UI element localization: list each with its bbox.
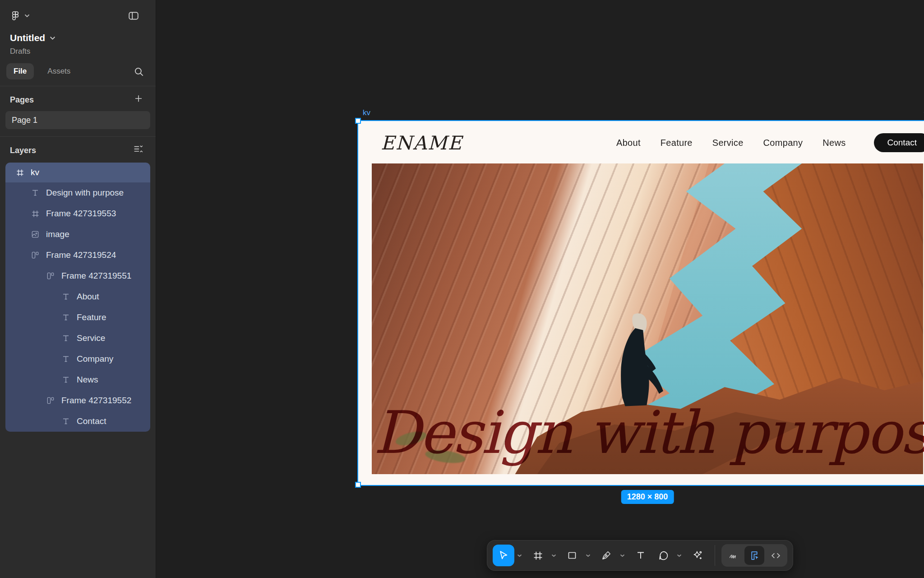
text-icon	[60, 292, 71, 301]
layers-section: Layers kvDesign with purposeFrame 427319…	[0, 137, 156, 432]
layer-row-kv[interactable]: kv	[5, 163, 150, 182]
comment-tool-button[interactable]	[652, 545, 674, 566]
rectangle-tool-button[interactable]	[561, 545, 583, 566]
pen-tool-button[interactable]	[596, 545, 617, 566]
layer-label: Service	[77, 333, 105, 343]
text-icon	[60, 313, 71, 322]
selection-handle-top-left[interactable]	[355, 118, 361, 124]
pen-tool-chevron-icon[interactable]	[618, 554, 626, 557]
mode-switch-group	[721, 544, 787, 567]
nav-link-feature[interactable]: Feature	[661, 138, 693, 148]
layer-row-company[interactable]: Company	[5, 349, 150, 369]
frame-icon	[14, 168, 25, 177]
design-mode-button[interactable]	[744, 546, 764, 565]
layer-row-frame-427319551[interactable]: Frame 427319551	[5, 266, 150, 286]
text-icon	[60, 417, 71, 426]
autolayout-icon	[30, 251, 41, 260]
sidebar-tabs: FileAssets	[0, 56, 156, 86]
file-name-chevron-icon[interactable]	[50, 36, 55, 40]
layer-row-image[interactable]: image	[5, 224, 150, 245]
tab-file[interactable]: File	[6, 63, 34, 79]
image-icon	[30, 230, 41, 239]
layer-label: Frame 427319524	[46, 250, 116, 260]
rectangle-tool-chevron-icon[interactable]	[584, 554, 592, 557]
autolayout-icon	[45, 271, 56, 280]
layer-label: Company	[77, 354, 113, 364]
contact-button[interactable]: Contact	[874, 133, 924, 152]
frame-tool-tool-chevron-icon[interactable]	[550, 554, 558, 557]
text-icon	[60, 354, 71, 364]
autolayout-icon	[45, 396, 56, 405]
layer-row-contact[interactable]: Contact	[5, 411, 150, 432]
design-frame-kv[interactable]: ENAME AboutFeatureServiceCompanyNewsCont…	[358, 121, 924, 485]
layer-label: Frame 427319551	[61, 271, 131, 281]
move-cursor-tool-chevron-icon[interactable]	[515, 554, 523, 557]
layer-row-about[interactable]: About	[5, 286, 150, 307]
draw-mode-button[interactable]	[723, 546, 743, 565]
frame-tool-tool-button[interactable]	[527, 545, 549, 566]
layer-row-frame-427319553[interactable]: Frame 427319553	[5, 203, 150, 224]
layer-label: Frame 427319552	[61, 396, 131, 406]
selection-size-badge: 1280 × 800	[621, 490, 674, 504]
file-location: Drafts	[10, 47, 146, 56]
layer-label: Design with purpose	[46, 188, 124, 198]
layer-label: image	[46, 229, 69, 239]
comment-tool-chevron-icon[interactable]	[675, 554, 683, 557]
site-logo: ENAME	[381, 132, 462, 154]
site-header: ENAME AboutFeatureServiceCompanyNewsCont…	[358, 121, 924, 164]
layer-row-feature[interactable]: Feature	[5, 307, 150, 328]
text-icon	[30, 188, 41, 197]
pages-header: Pages	[10, 95, 34, 105]
page-list-item[interactable]: Page 1	[5, 111, 150, 129]
text-icon	[60, 375, 71, 384]
layer-row-service[interactable]: Service	[5, 328, 150, 349]
nav-link-about[interactable]: About	[616, 138, 641, 148]
layer-label: Contact	[77, 416, 106, 426]
layer-label: Feature	[77, 312, 106, 322]
frame-name-label[interactable]: kv	[363, 108, 370, 117]
pages-section: Pages Page 1	[0, 86, 156, 137]
layer-label: News	[77, 375, 98, 385]
layer-row-frame-427319524[interactable]: Frame 427319524	[5, 245, 150, 266]
layer-row-design-with-purpose[interactable]: Design with purpose	[5, 182, 150, 203]
bottom-toolbar	[487, 540, 793, 571]
site-nav: AboutFeatureServiceCompanyNewsContact	[616, 121, 924, 164]
selection-handle-bottom-left[interactable]	[355, 482, 361, 488]
layer-label: Frame 427319553	[46, 209, 116, 219]
move-cursor-tool-button[interactable]	[493, 545, 514, 566]
toolbar-divider	[715, 545, 715, 566]
dev-mode-button[interactable]	[766, 546, 785, 565]
actions-tool-button[interactable]	[687, 545, 708, 566]
nav-link-news[interactable]: News	[822, 138, 845, 148]
add-page-icon[interactable]	[133, 93, 144, 106]
search-icon[interactable]	[133, 66, 145, 79]
frame-icon	[30, 209, 41, 219]
canvas-area[interactable]: kv ENAME AboutFeatureServiceCompanyNewsC…	[156, 0, 924, 578]
main-menu-chevron-icon[interactable]	[24, 14, 30, 18]
collapse-layers-icon[interactable]	[133, 143, 144, 156]
nav-link-service[interactable]: Service	[712, 138, 744, 148]
toggle-sidebar-icon[interactable]	[128, 10, 139, 23]
figma-logo-icon[interactable]	[10, 10, 21, 21]
layer-label: kv	[31, 168, 39, 177]
layer-label: About	[77, 292, 99, 302]
layer-row-frame-427319552[interactable]: Frame 427319552	[5, 390, 150, 411]
text-tool-tool-button[interactable]	[630, 545, 651, 566]
layer-row-news[interactable]: News	[5, 369, 150, 390]
tab-assets[interactable]: Assets	[40, 63, 78, 79]
left-sidebar: Untitled Drafts FileAssets Pages	[0, 0, 156, 578]
layers-header: Layers	[10, 146, 36, 155]
nav-link-company[interactable]: Company	[763, 138, 803, 148]
site-headline: Design with purpose	[374, 397, 924, 468]
file-name[interactable]: Untitled	[10, 33, 45, 43]
text-icon	[60, 334, 71, 343]
